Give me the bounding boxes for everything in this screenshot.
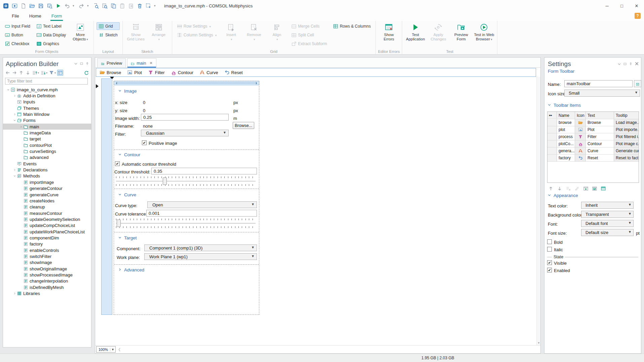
section-image-header[interactable]: Image	[118, 89, 137, 94]
cell-icon[interactable]	[575, 126, 586, 133]
ribbon-tab-home[interactable]: Home	[24, 12, 46, 21]
filter-icon[interactable]: ▾	[49, 70, 56, 76]
save-as-icon[interactable]	[46, 3, 53, 9]
align-button[interactable]: Align	[266, 22, 287, 42]
bold-checkbox[interactable]	[547, 239, 552, 244]
column-settings-button[interactable]: Column Settings	[175, 31, 219, 39]
extract-subform-button[interactable]: Extract Subform	[289, 40, 329, 47]
split-cell-button[interactable]: Split Cell	[289, 31, 329, 39]
maximize-button[interactable]: □	[614, 0, 629, 11]
text-color-dropdown[interactable]: Inherit▼	[581, 202, 634, 209]
move-down-icon[interactable]	[25, 70, 31, 76]
cell-name[interactable]: browse	[557, 119, 575, 126]
open-file-icon[interactable]	[29, 3, 35, 9]
column-header-tooltip[interactable]: Tooltip	[614, 112, 639, 119]
tree-filter-input[interactable]	[5, 78, 88, 85]
slider-handle[interactable]	[163, 177, 167, 185]
panel-pin-icon[interactable]	[85, 62, 89, 65]
tree-item-componentdim[interactable]: componentDim	[3, 235, 91, 241]
window-play-icon[interactable]	[583, 186, 589, 192]
checkbox-button[interactable]: Checkbox	[3, 40, 32, 47]
tree-item-generatecurve[interactable]: generateCurve	[3, 192, 91, 198]
ribbon-tab-form[interactable]: Form	[46, 12, 67, 21]
curve-tolerance-field[interactable]: 0.001	[146, 210, 257, 217]
panel-menu-icon[interactable]	[74, 62, 78, 65]
nav-back-icon[interactable]	[5, 70, 10, 76]
undo-caret-icon[interactable]: ▾	[73, 4, 76, 7]
cell-name[interactable]: plotCo...	[557, 140, 575, 147]
save-icon[interactable]	[38, 3, 44, 9]
section-target-header[interactable]: Target	[118, 235, 137, 240]
form-toolbar-contour-button[interactable]: Contour	[171, 70, 193, 75]
icon-size-dropdown[interactable]: Small▼	[564, 90, 640, 97]
tree-item-showprocessedimage[interactable]: showProcessedImage	[3, 272, 91, 278]
delete-icon[interactable]	[137, 3, 143, 9]
filter-dropdown[interactable]: Gaussian▼	[141, 130, 229, 136]
window-split-icon[interactable]	[600, 186, 606, 192]
merge-cells-button[interactable]: Merge Cells	[289, 22, 329, 30]
copy-icon[interactable]	[110, 3, 117, 9]
expand-closed-icon[interactable]	[12, 168, 17, 171]
row-handle[interactable]	[547, 126, 557, 133]
tree-item-image-to-curve-mph[interactable]: Aimage_to_curve.mph	[3, 87, 91, 93]
undo-icon[interactable]	[64, 3, 70, 9]
row-handle[interactable]	[547, 133, 557, 140]
cell-text[interactable]: Browse	[586, 119, 614, 126]
collapse-all-icon[interactable]: ▾	[40, 70, 47, 76]
hscroll-left-icon[interactable]: ❮	[118, 348, 121, 351]
form-toolbar-reset-button[interactable]: Reset	[224, 70, 243, 75]
tree-item-updatecompchoicelist[interactable]: updateCompChoiceList	[3, 223, 91, 229]
tree-item-target[interactable]: target	[3, 136, 91, 142]
form-toolbar-browse-button[interactable]: Browse	[100, 70, 121, 75]
insert-button[interactable]: Insert	[221, 22, 241, 42]
cell-tooltip[interactable]: Load image...	[614, 119, 639, 126]
name-field[interactable]: mainToolbar	[564, 80, 633, 87]
tree-item-events[interactable]: Events	[3, 161, 91, 167]
more-objects-button[interactable]: MoreObjects	[70, 22, 91, 42]
tree-item-methods[interactable]: Methods	[3, 173, 91, 179]
refresh-icon[interactable]	[84, 70, 89, 76]
cell-tooltip[interactable]: Generate cur...	[614, 147, 639, 155]
window-toggle-icon[interactable]	[57, 70, 63, 76]
selected-column-strip[interactable]	[101, 78, 112, 315]
background-color-dropdown[interactable]: Transparent▼	[581, 211, 634, 218]
form-toolbar-curve-button[interactable]: Curve	[199, 70, 218, 75]
row-settings-button[interactable]: Row Settings	[175, 22, 219, 30]
cell-text[interactable]: Curve	[586, 147, 614, 155]
row-marker-icon[interactable]	[96, 84, 101, 88]
remove-button[interactable]: Remove	[243, 22, 264, 42]
tree-item-measurecontour[interactable]: measureContour	[3, 210, 91, 216]
contour-threshold-slider[interactable]	[116, 176, 256, 186]
tree-item-switchfilter[interactable]: switchFilter	[3, 253, 91, 259]
tree-item-inputs[interactable]: Inputs	[3, 99, 91, 105]
panel-float-icon[interactable]	[80, 62, 83, 65]
help-button[interactable]: ?	[635, 13, 641, 19]
enabled-checkbox[interactable]: ✔	[547, 268, 552, 272]
graphics-button[interactable]: Graphics	[34, 40, 68, 47]
cell-text[interactable]: Contour	[586, 140, 614, 147]
contour-threshold-field[interactable]: 0.35	[151, 168, 257, 174]
paste-icon[interactable]	[119, 3, 125, 9]
tree-item-contourplot[interactable]: contourPlot	[3, 142, 91, 148]
row-handle[interactable]	[547, 119, 557, 126]
expand-open-icon[interactable]	[6, 88, 10, 91]
cell-icon[interactable]	[575, 155, 586, 162]
window-check-icon[interactable]	[592, 186, 598, 192]
run-icon[interactable]	[55, 3, 62, 9]
customize-caret-icon[interactable]: ▾	[154, 4, 157, 7]
select-icon[interactable]	[145, 3, 152, 9]
go-to-node-button[interactable]	[634, 80, 641, 87]
cell-icon[interactable]	[575, 140, 586, 147]
tree-item-isdefinedbymesh[interactable]: isDefinedByMesh	[3, 284, 91, 290]
cell-tooltip[interactable]: Plot filtered i...	[614, 133, 639, 140]
font-dropdown[interactable]: Default font▼	[581, 220, 634, 227]
sketch-button[interactable]: Sketch	[97, 31, 120, 39]
column-header-text[interactable]: Text	[586, 112, 614, 119]
move-up-icon[interactable]	[18, 70, 24, 76]
ribbon-tab-file[interactable]: File	[7, 12, 24, 21]
visible-checkbox[interactable]: ✔	[547, 260, 552, 265]
find-icon[interactable]	[93, 3, 99, 9]
test-in-web-browser-button[interactable]: Test in WebBrowser	[473, 22, 494, 42]
row-handle[interactable]	[547, 140, 557, 147]
tree-item-cleanup[interactable]: cleanup	[3, 204, 91, 210]
